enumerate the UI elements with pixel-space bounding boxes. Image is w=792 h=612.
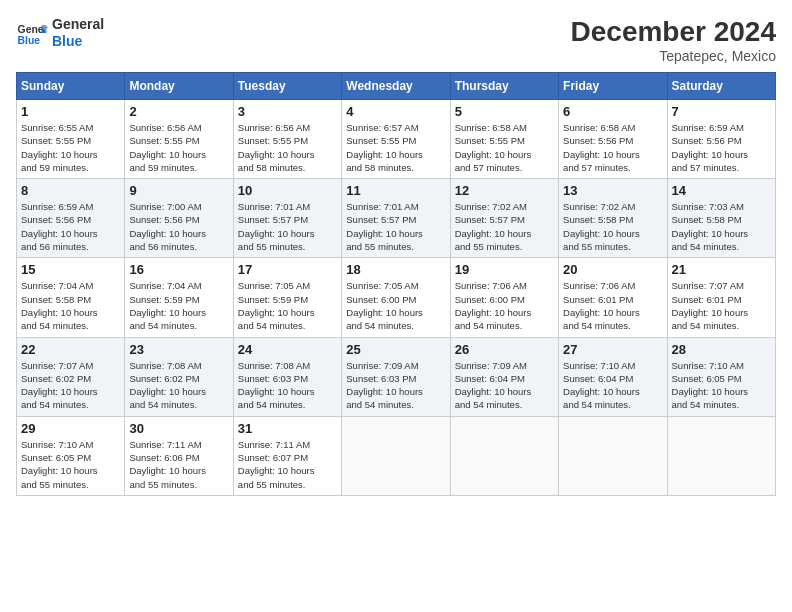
day-number: 17 — [238, 262, 337, 277]
month-year-title: December 2024 — [571, 16, 776, 48]
calendar-cell: 26Sunrise: 7:09 AMSunset: 6:04 PMDayligh… — [450, 337, 558, 416]
weekday-header-tuesday: Tuesday — [233, 73, 341, 100]
calendar-cell: 30Sunrise: 7:11 AMSunset: 6:06 PMDayligh… — [125, 416, 233, 495]
day-info: Sunrise: 7:09 AMSunset: 6:03 PMDaylight:… — [346, 359, 445, 412]
day-info: Sunrise: 7:02 AMSunset: 5:58 PMDaylight:… — [563, 200, 662, 253]
day-number: 29 — [21, 421, 120, 436]
calendar-cell: 16Sunrise: 7:04 AMSunset: 5:59 PMDayligh… — [125, 258, 233, 337]
day-number: 13 — [563, 183, 662, 198]
calendar-table: SundayMondayTuesdayWednesdayThursdayFrid… — [16, 72, 776, 496]
page-header: General Blue General Blue December 2024 … — [16, 16, 776, 64]
calendar-week-row: 1Sunrise: 6:55 AMSunset: 5:55 PMDaylight… — [17, 100, 776, 179]
day-info: Sunrise: 6:56 AMSunset: 5:55 PMDaylight:… — [129, 121, 228, 174]
weekday-header-row: SundayMondayTuesdayWednesdayThursdayFrid… — [17, 73, 776, 100]
day-number: 26 — [455, 342, 554, 357]
calendar-week-row: 15Sunrise: 7:04 AMSunset: 5:58 PMDayligh… — [17, 258, 776, 337]
day-number: 21 — [672, 262, 771, 277]
logo: General Blue General Blue — [16, 16, 104, 50]
weekday-header-sunday: Sunday — [17, 73, 125, 100]
day-number: 3 — [238, 104, 337, 119]
calendar-cell — [342, 416, 450, 495]
day-number: 6 — [563, 104, 662, 119]
day-number: 31 — [238, 421, 337, 436]
title-block: December 2024 Tepatepec, Mexico — [571, 16, 776, 64]
calendar-cell: 27Sunrise: 7:10 AMSunset: 6:04 PMDayligh… — [559, 337, 667, 416]
day-info: Sunrise: 6:58 AMSunset: 5:56 PMDaylight:… — [563, 121, 662, 174]
day-info: Sunrise: 7:05 AMSunset: 6:00 PMDaylight:… — [346, 279, 445, 332]
day-number: 15 — [21, 262, 120, 277]
calendar-week-row: 29Sunrise: 7:10 AMSunset: 6:05 PMDayligh… — [17, 416, 776, 495]
day-number: 16 — [129, 262, 228, 277]
calendar-cell: 14Sunrise: 7:03 AMSunset: 5:58 PMDayligh… — [667, 179, 775, 258]
calendar-cell: 23Sunrise: 7:08 AMSunset: 6:02 PMDayligh… — [125, 337, 233, 416]
day-number: 18 — [346, 262, 445, 277]
day-info: Sunrise: 7:10 AMSunset: 6:04 PMDaylight:… — [563, 359, 662, 412]
calendar-cell: 1Sunrise: 6:55 AMSunset: 5:55 PMDaylight… — [17, 100, 125, 179]
day-number: 20 — [563, 262, 662, 277]
day-info: Sunrise: 7:10 AMSunset: 6:05 PMDaylight:… — [672, 359, 771, 412]
day-number: 11 — [346, 183, 445, 198]
day-number: 23 — [129, 342, 228, 357]
calendar-cell: 29Sunrise: 7:10 AMSunset: 6:05 PMDayligh… — [17, 416, 125, 495]
day-info: Sunrise: 7:11 AMSunset: 6:06 PMDaylight:… — [129, 438, 228, 491]
calendar-cell: 8Sunrise: 6:59 AMSunset: 5:56 PMDaylight… — [17, 179, 125, 258]
calendar-cell: 17Sunrise: 7:05 AMSunset: 5:59 PMDayligh… — [233, 258, 341, 337]
calendar-cell: 24Sunrise: 7:08 AMSunset: 6:03 PMDayligh… — [233, 337, 341, 416]
calendar-cell: 5Sunrise: 6:58 AMSunset: 5:55 PMDaylight… — [450, 100, 558, 179]
calendar-cell — [450, 416, 558, 495]
day-number: 12 — [455, 183, 554, 198]
calendar-cell: 13Sunrise: 7:02 AMSunset: 5:58 PMDayligh… — [559, 179, 667, 258]
day-info: Sunrise: 7:01 AMSunset: 5:57 PMDaylight:… — [346, 200, 445, 253]
day-number: 14 — [672, 183, 771, 198]
calendar-cell: 20Sunrise: 7:06 AMSunset: 6:01 PMDayligh… — [559, 258, 667, 337]
calendar-cell: 12Sunrise: 7:02 AMSunset: 5:57 PMDayligh… — [450, 179, 558, 258]
calendar-cell: 31Sunrise: 7:11 AMSunset: 6:07 PMDayligh… — [233, 416, 341, 495]
day-info: Sunrise: 7:04 AMSunset: 5:58 PMDaylight:… — [21, 279, 120, 332]
day-number: 10 — [238, 183, 337, 198]
day-info: Sunrise: 7:11 AMSunset: 6:07 PMDaylight:… — [238, 438, 337, 491]
day-info: Sunrise: 6:58 AMSunset: 5:55 PMDaylight:… — [455, 121, 554, 174]
calendar-cell: 4Sunrise: 6:57 AMSunset: 5:55 PMDaylight… — [342, 100, 450, 179]
calendar-cell: 3Sunrise: 6:56 AMSunset: 5:55 PMDaylight… — [233, 100, 341, 179]
day-info: Sunrise: 7:07 AMSunset: 6:01 PMDaylight:… — [672, 279, 771, 332]
calendar-cell: 11Sunrise: 7:01 AMSunset: 5:57 PMDayligh… — [342, 179, 450, 258]
day-number: 7 — [672, 104, 771, 119]
day-number: 9 — [129, 183, 228, 198]
day-number: 4 — [346, 104, 445, 119]
day-number: 8 — [21, 183, 120, 198]
day-info: Sunrise: 7:10 AMSunset: 6:05 PMDaylight:… — [21, 438, 120, 491]
calendar-cell: 22Sunrise: 7:07 AMSunset: 6:02 PMDayligh… — [17, 337, 125, 416]
weekday-header-saturday: Saturday — [667, 73, 775, 100]
calendar-cell — [667, 416, 775, 495]
weekday-header-thursday: Thursday — [450, 73, 558, 100]
day-number: 30 — [129, 421, 228, 436]
day-info: Sunrise: 6:57 AMSunset: 5:55 PMDaylight:… — [346, 121, 445, 174]
day-info: Sunrise: 6:59 AMSunset: 5:56 PMDaylight:… — [21, 200, 120, 253]
day-number: 19 — [455, 262, 554, 277]
day-number: 1 — [21, 104, 120, 119]
day-info: Sunrise: 7:08 AMSunset: 6:02 PMDaylight:… — [129, 359, 228, 412]
calendar-cell: 15Sunrise: 7:04 AMSunset: 5:58 PMDayligh… — [17, 258, 125, 337]
calendar-cell: 10Sunrise: 7:01 AMSunset: 5:57 PMDayligh… — [233, 179, 341, 258]
calendar-cell — [559, 416, 667, 495]
day-info: Sunrise: 7:06 AMSunset: 6:01 PMDaylight:… — [563, 279, 662, 332]
logo-icon: General Blue — [16, 17, 48, 49]
svg-text:Blue: Blue — [18, 35, 41, 46]
day-number: 2 — [129, 104, 228, 119]
day-number: 5 — [455, 104, 554, 119]
weekday-header-friday: Friday — [559, 73, 667, 100]
calendar-cell: 21Sunrise: 7:07 AMSunset: 6:01 PMDayligh… — [667, 258, 775, 337]
weekday-header-wednesday: Wednesday — [342, 73, 450, 100]
day-info: Sunrise: 6:56 AMSunset: 5:55 PMDaylight:… — [238, 121, 337, 174]
day-info: Sunrise: 6:55 AMSunset: 5:55 PMDaylight:… — [21, 121, 120, 174]
day-info: Sunrise: 7:03 AMSunset: 5:58 PMDaylight:… — [672, 200, 771, 253]
day-number: 25 — [346, 342, 445, 357]
calendar-cell: 18Sunrise: 7:05 AMSunset: 6:00 PMDayligh… — [342, 258, 450, 337]
day-info: Sunrise: 6:59 AMSunset: 5:56 PMDaylight:… — [672, 121, 771, 174]
location-subtitle: Tepatepec, Mexico — [571, 48, 776, 64]
day-info: Sunrise: 7:07 AMSunset: 6:02 PMDaylight:… — [21, 359, 120, 412]
calendar-cell: 7Sunrise: 6:59 AMSunset: 5:56 PMDaylight… — [667, 100, 775, 179]
calendar-cell: 25Sunrise: 7:09 AMSunset: 6:03 PMDayligh… — [342, 337, 450, 416]
calendar-cell: 28Sunrise: 7:10 AMSunset: 6:05 PMDayligh… — [667, 337, 775, 416]
day-info: Sunrise: 7:04 AMSunset: 5:59 PMDaylight:… — [129, 279, 228, 332]
